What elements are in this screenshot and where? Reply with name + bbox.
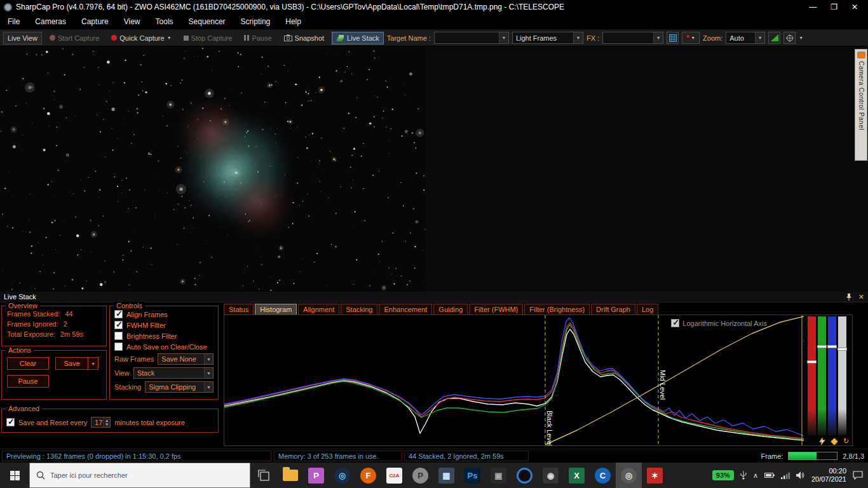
fx-combo[interactable]: ▼ [602, 32, 663, 44]
battery-icon[interactable] [764, 472, 775, 478]
menu-scripting[interactable]: Scripting [233, 15, 278, 29]
tab-filter-brightness[interactable]: Filter (Brightness) [524, 304, 590, 315]
tab-drift-graph[interactable]: Drift Graph [591, 304, 635, 315]
excel-icon[interactable]: X [564, 463, 590, 488]
level-handle-blue[interactable] [827, 345, 837, 348]
save-button[interactable]: Save [55, 357, 88, 370]
firefox-icon[interactable]: F [355, 463, 381, 488]
auto-stretch-button[interactable] [768, 32, 780, 44]
log-axis-checkbox[interactable] [671, 319, 679, 327]
c2a-icon[interactable]: C2A [381, 463, 407, 488]
camera-control-panel-tab[interactable]: Camera Control Panel [855, 49, 867, 161]
menu-view[interactable]: View [116, 15, 148, 29]
chevron-up-icon[interactable]: ∧ [753, 471, 758, 480]
level-slider-red[interactable] [808, 316, 816, 435]
align-frames-checkbox[interactable] [114, 310, 123, 318]
auto-save-checkbox[interactable] [114, 342, 123, 351]
pause-stack-button[interactable]: Pause [7, 375, 49, 388]
fwhm-filter-checkbox[interactable] [114, 321, 123, 329]
brightness-filter-checkbox[interactable] [114, 332, 123, 340]
view-combo[interactable]: Stack▼ [133, 367, 214, 379]
camera-app-icon[interactable]: ◉ [538, 463, 564, 488]
level-slider-luminance[interactable] [838, 316, 846, 435]
tab-stacking[interactable]: Stacking [341, 304, 377, 315]
brightness-filter-checkbox-row[interactable]: Brightness Filter [110, 330, 218, 341]
tab-status[interactable]: Status [224, 304, 254, 315]
level-handle-red[interactable] [807, 360, 817, 363]
reticle-button[interactable] [783, 32, 796, 44]
usb-icon[interactable] [740, 471, 747, 480]
level-slider-blue[interactable] [828, 316, 836, 435]
histogram-grid-button[interactable] [667, 32, 679, 44]
stepper-down-icon[interactable]: ▼ [105, 423, 109, 426]
menu-capture[interactable]: Capture [74, 15, 116, 29]
pin-icon[interactable] [846, 293, 852, 301]
close-icon[interactable]: ✕ [858, 293, 864, 301]
pause-button[interactable]: Pause [240, 32, 276, 44]
screen-capture-icon[interactable]: ▣ [485, 463, 512, 488]
level-handle-green[interactable] [817, 345, 827, 348]
level-handle-luminance[interactable] [837, 348, 847, 351]
start-capture-button[interactable]: Start Capture [45, 32, 104, 44]
tab-alignment[interactable]: Alignment [298, 304, 339, 315]
task-view-button[interactable] [250, 463, 277, 488]
align-frames-checkbox-row[interactable]: Align Frames [110, 309, 218, 320]
start-button[interactable] [0, 463, 29, 488]
chevron-down-icon[interactable]: ▼ [88, 357, 98, 370]
save-reset-checkbox[interactable] [6, 418, 15, 426]
blue-ring-app-icon[interactable] [512, 463, 538, 488]
close-button[interactable]: ✕ [851, 3, 858, 11]
highlight-clipped-button[interactable]: * ▼ [682, 32, 700, 44]
zoom-combo[interactable]: Auto▼ [726, 32, 765, 44]
notification-icon[interactable] [853, 471, 863, 480]
battery-widget[interactable]: 93% [712, 470, 734, 480]
sharpcap-icon[interactable]: ◎ [616, 463, 642, 488]
skychart-icon[interactable]: C [590, 463, 616, 488]
image-display-area[interactable]: Camera Control Panel [0, 46, 868, 292]
auto-save-checkbox-row[interactable]: Auto Save on Clear/Close [110, 341, 218, 352]
minutes-stepper[interactable]: 17 ▲▼ [91, 417, 111, 428]
tab-guiding[interactable]: Guiding [433, 304, 468, 315]
quick-capture-button[interactable]: Quick Capture▼ [107, 32, 175, 44]
zoom-icon[interactable]: ◎ [329, 463, 355, 488]
chevron-down-icon[interactable]: ▼ [799, 36, 803, 40]
tab-histogram[interactable]: Histogram [255, 304, 297, 315]
network-icon[interactable] [781, 472, 790, 479]
taskbar-clock[interactable]: 00:20 20/07/2021 [811, 467, 846, 484]
stop-capture-button[interactable]: Stop Capture [179, 32, 237, 44]
minimize-button[interactable]: — [809, 3, 817, 11]
menu-sequencer[interactable]: Sequencer [181, 15, 233, 29]
frame-type-combo[interactable]: Light Frames▼ [512, 32, 583, 44]
live-stack-button[interactable]: Live Stack [332, 32, 384, 44]
stacking-combo[interactable]: Sigma Clipping▼ [145, 381, 214, 393]
menu-file[interactable]: File [0, 15, 27, 29]
asistudio-icon[interactable]: ✶ [642, 463, 668, 488]
tab-log[interactable]: Log [637, 304, 658, 315]
histogram-plot[interactable]: Black LevelMid LevelWhite Level Logarith… [224, 315, 804, 445]
calculator-icon[interactable]: ▦ [433, 463, 459, 488]
auto-stretch-button[interactable] [817, 437, 827, 445]
menu-tools[interactable]: Tools [148, 15, 181, 29]
fwhm-filter-checkbox-row[interactable]: FWHM Filter [110, 320, 218, 330]
raw-frames-combo[interactable]: Save None▼ [158, 353, 214, 365]
target-name-combo[interactable]: ▼ [434, 32, 509, 44]
clear-button[interactable]: Clear [7, 357, 49, 370]
tab-filter-fwhm[interactable]: Filter (FWHM) [469, 304, 523, 315]
log-axis-option[interactable]: Logarithmic Horizontal Axis [671, 319, 767, 327]
snapshot-button[interactable]: Snapshot [280, 32, 329, 44]
menu-help[interactable]: Help [278, 15, 309, 29]
tab-enhancement[interactable]: Enhancement [379, 304, 432, 315]
menu-cameras[interactable]: Cameras [27, 15, 74, 29]
level-slider-green[interactable] [818, 316, 826, 435]
file-explorer-icon[interactable] [277, 463, 303, 488]
taskbar-search[interactable]: Taper ici pour rechercher [29, 463, 250, 488]
live-view-button[interactable]: Live View [3, 32, 42, 44]
paint-icon[interactable]: P [303, 463, 329, 488]
reset-levels-button[interactable]: ↻ [841, 437, 851, 445]
photoshop-icon[interactable]: Ps [459, 463, 485, 488]
save-split-button[interactable]: Save ▼ [55, 357, 98, 370]
phd2-icon[interactable]: P [407, 463, 433, 488]
maximize-button[interactable]: ❐ [831, 3, 837, 11]
volume-icon[interactable] [796, 471, 805, 479]
highlight-button[interactable] [829, 437, 839, 445]
